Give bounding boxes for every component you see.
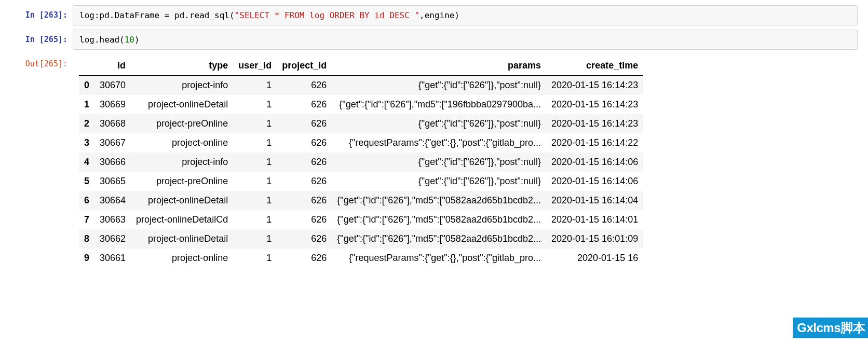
cell-create_time: 2020-01-15 16:14:06 [546,172,643,191]
row-index: 4 [79,153,94,172]
cell-create_time: 2020-01-15 16:14:23 [546,95,643,114]
cell-params: {"get":{"id":["626"],"md5":["0582aa2d65b… [332,210,546,229]
table-row: 530665project-preOnline1626{"get":{"id":… [79,172,643,191]
cell-user_id: 1 [233,172,277,191]
cell-params: {"get":{"id":["626"],"md5":["0582aa2d65b… [332,229,546,249]
cell-user_id: 1 [233,249,277,268]
cell-create_time: 2020-01-15 16:14:22 [546,133,643,153]
cell-project_id: 626 [277,191,332,210]
cell-params: {"get":{"id":["626"]},"post":null} [332,153,546,172]
cell-user_id: 1 [233,133,277,153]
table-row: 630664project-onlineDetail1626{"get":{"i… [79,191,643,210]
cell-id: 30667 [94,133,131,153]
cell-project_id: 626 [277,229,332,249]
cell-id: 30666 [94,153,131,172]
cell-type: project-preOnline [131,114,233,133]
cell-params: {"requestParams":{"get":{},"post":{"gitl… [332,249,546,268]
code-input-263[interactable]: log:pd.DataFrame = pd.read_sql("SELECT *… [73,5,858,25]
cell-params: {"get":{"id":["626"]},"post":null} [332,114,546,133]
table-header-type: type [131,56,233,76]
cell-id: 30663 [94,210,131,229]
cell-type: project-onlineDetail [131,191,233,210]
table-header-user-id: user_id [233,56,277,76]
code-number: 10 [125,35,134,45]
table-row: 030670project-info1626{"get":{"id":["626… [79,76,643,95]
cell-id: 30670 [94,76,131,95]
prompt-in-263: In [263]: [10,5,73,20]
code-text: ,engine) [419,10,459,20]
cell-params: {"get":{"id":["626"]},"post":null} [332,76,546,95]
cell-user_id: 1 [233,153,277,172]
table-row: 130669project-onlineDetail1626{"get":{"i… [79,95,643,114]
table-header-project-id: project_id [277,56,332,76]
row-index: 8 [79,229,94,249]
cell-create_time: 2020-01-15 16:14:23 [546,76,643,95]
cell-create_time: 2020-01-15 16:14:06 [546,153,643,172]
cell-in-265: In [265]: log.head(10) [10,30,858,50]
cell-user_id: 1 [233,114,277,133]
cell-user_id: 1 [233,229,277,249]
cell-id: 30662 [94,229,131,249]
table-row: 730663project-onlineDetailCd1626{"get":{… [79,210,643,229]
cell-project_id: 626 [277,133,332,153]
cell-type: project-onlineDetail [131,95,233,114]
code-input-265[interactable]: log.head(10) [73,30,858,50]
row-index: 5 [79,172,94,191]
output-area-265: id type user_id project_id params create… [73,54,858,268]
cell-type: project-info [131,76,233,95]
code-text: ) [134,35,140,45]
cell-user_id: 1 [233,191,277,210]
cell-type: project-info [131,153,233,172]
table-row: 230668project-preOnline1626{"get":{"id":… [79,114,643,133]
row-index: 6 [79,191,94,210]
prompt-in-265: In [265]: [10,30,73,44]
cell-id: 30661 [94,249,131,268]
cell-type: project-onlineDetail [131,229,233,249]
cell-project_id: 626 [277,249,332,268]
row-index: 2 [79,114,94,133]
cell-id: 30668 [94,114,131,133]
table-header-row: id type user_id project_id params create… [79,56,643,76]
row-index: 3 [79,133,94,153]
cell-type: project-preOnline [131,172,233,191]
cell-params: {"requestParams":{"get":{},"post":{"gitl… [332,133,546,153]
cell-project_id: 626 [277,153,332,172]
cell-project_id: 626 [277,114,332,133]
table-row: 430666project-info1626{"get":{"id":["626… [79,153,643,172]
dataframe-table: id type user_id project_id params create… [79,56,643,268]
cell-id: 30669 [94,95,131,114]
cell-project_id: 626 [277,95,332,114]
cell-create_time: 2020-01-15 16:01:09 [546,229,643,249]
table-header-params: params [332,56,546,76]
cell-user_id: 1 [233,210,277,229]
cell-create_time: 2020-01-15 16:14:23 [546,114,643,133]
cell-project_id: 626 [277,172,332,191]
cell-create_time: 2020-01-15 16:14:01 [546,210,643,229]
table-header-id: id [94,56,131,76]
cell-params: {"get":{"id":["626"]},"post":null} [332,172,546,191]
cell-user_id: 1 [233,76,277,95]
cell-in-263: In [263]: log:pd.DataFrame = pd.read_sql… [10,5,858,25]
cell-id: 30664 [94,191,131,210]
cell-type: project-online [131,249,233,268]
code-text: log.head( [79,35,125,45]
code-text: log:pd.DataFrame = pd.read_sql( [79,10,235,20]
row-index: 1 [79,95,94,114]
cell-project_id: 626 [277,210,332,229]
row-index: 0 [79,76,94,95]
cell-create_time: 2020-01-15 16:14:04 [546,191,643,210]
cell-params: {"get":{"id":["626"],"md5":["196fbbba029… [332,95,546,114]
table-header-index [79,56,94,76]
table-row: 830662project-onlineDetail1626{"get":{"i… [79,229,643,249]
cell-params: {"get":{"id":["626"],"md5":["0582aa2d65b… [332,191,546,210]
cell-type: project-online [131,133,233,153]
cell-create_time: 2020-01-15 16 [546,249,643,268]
prompt-out-265: Out[265]: [10,54,73,68]
cell-out-265: Out[265]: id type user_id project_id par… [10,54,858,268]
table-row: 930661project-online1626{"requestParams"… [79,249,643,268]
cell-type: project-onlineDetailCd [131,210,233,229]
cell-id: 30665 [94,172,131,191]
code-string: "SELECT * FROM log ORDER BY id DESC " [235,10,419,20]
table-header-create-time: create_time [546,56,643,76]
cell-user_id: 1 [233,95,277,114]
